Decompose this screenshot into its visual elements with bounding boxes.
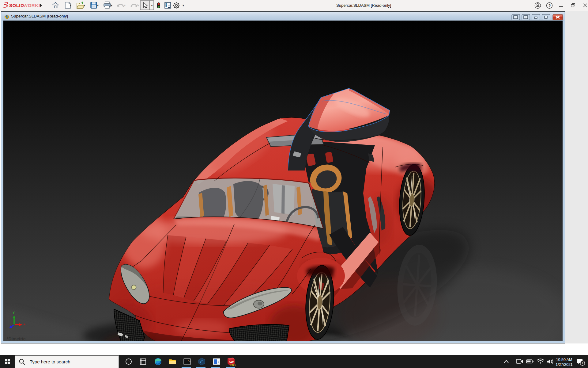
svg-text:▼: ▼	[182, 4, 185, 7]
svg-text:▼: ▼	[110, 4, 113, 7]
svg-text:▼: ▼	[69, 4, 72, 7]
svg-text:SOLID: SOLID	[9, 3, 24, 8]
svg-text:2021: 2021	[230, 364, 236, 366]
svg-text:▼: ▼	[137, 4, 140, 7]
svg-text:WORKS: WORKS	[23, 3, 42, 8]
svg-text:SW: SW	[229, 360, 234, 364]
svg-text:1/27/2021: 1/27/2021	[556, 362, 573, 367]
svg-text:?: ?	[548, 3, 551, 8]
svg-text:10:50 AM: 10:50 AM	[556, 358, 572, 362]
svg-text:C:\_: C:\_	[185, 359, 190, 362]
svg-text:1: 1	[582, 361, 583, 365]
svg-text:▼: ▼	[96, 4, 99, 7]
svg-text:▼: ▼	[123, 4, 126, 7]
svg-text:*Dimetric: *Dimetric	[7, 336, 26, 341]
svg-text:▼: ▼	[151, 4, 153, 7]
svg-text:Y: Y	[13, 311, 15, 315]
svg-text:▼: ▼	[83, 4, 86, 7]
